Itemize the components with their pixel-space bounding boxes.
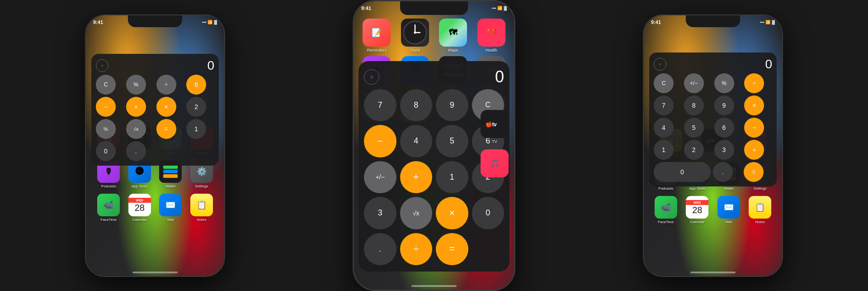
notes-label-left: Notes — [197, 218, 206, 222]
app-calendar-right[interactable]: WED 28 Calendar — [686, 196, 708, 224]
notes2-icon-right: 📋 — [749, 196, 771, 219]
notch-left — [128, 15, 182, 27]
btn-5-r[interactable]: 5 — [684, 118, 704, 138]
app-notes-left[interactable]: 📋 Notes — [190, 194, 213, 222]
reminders-icon-center: 📝 — [363, 19, 391, 47]
facetime-label-right: FaceTime — [658, 220, 674, 224]
app-maps-center[interactable]: 🗺 Maps — [439, 19, 467, 52]
app-facetime-left[interactable]: 📹 FaceTime — [97, 194, 120, 222]
btn-6[interactable]: 6 — [186, 75, 206, 95]
btn-dot-left[interactable]: . — [126, 141, 146, 161]
btn-eq-c[interactable]: = — [436, 233, 468, 266]
btn-7-r[interactable]: 7 — [654, 95, 674, 115]
btn-plus-left[interactable]: + — [126, 97, 146, 117]
btn-0-c[interactable]: 0 — [472, 197, 505, 229]
btn-1-left[interactable]: 1 — [186, 119, 206, 139]
btn-mult-left[interactable]: × — [156, 97, 176, 117]
iphone-left: 9:41 ▪▪▪ 📶 ▓ × 0 C % ÷ 6 — [85, 14, 225, 277]
status-icons-right: ▪▪▪ 📶 ▓ — [760, 20, 775, 24]
btn-zero-left[interactable]: 0 — [96, 141, 116, 161]
btn-zero-r[interactable]: 0 — [654, 162, 711, 182]
appstore-label-left: App Store — [132, 184, 148, 188]
mail-icon-right: ✉️ — [717, 196, 740, 219]
btn-mult-c[interactable]: × — [436, 197, 468, 229]
app-row3-left: 📹 FaceTime WED 28 Calendar ✉️ Mail — [93, 194, 217, 222]
btn-minus-r[interactable]: − — [744, 118, 764, 138]
btn-pm-c[interactable]: +/− — [364, 161, 396, 194]
calc-x-right[interactable]: × — [654, 58, 666, 71]
btn-8-r[interactable]: 8 — [684, 95, 704, 115]
btn-3-r[interactable]: 3 — [714, 140, 734, 160]
app-notes2-right[interactable]: 📋 Notes — [749, 196, 771, 224]
notes-icon-left: 📋 — [190, 194, 213, 216]
btn-dot-c[interactable]: . — [364, 233, 396, 266]
btn-2-r[interactable]: 2 — [684, 140, 704, 160]
app-clock-center[interactable]: Clock — [401, 19, 429, 52]
btn-2-left[interactable]: 2 — [186, 97, 206, 117]
calc-left: × 0 C % ÷ 6 − + × 2 — [91, 54, 219, 166]
btn-9-r[interactable]: 9 — [714, 95, 734, 115]
btn-5-c[interactable]: 5 — [436, 125, 468, 157]
btn-percent[interactable]: % — [126, 75, 146, 95]
iphone-center: 9:41 ▪▪▪ 📶 ▓ 📝 Reminders — [353, 0, 515, 291]
app-music-center[interactable]: 🎵 — [481, 149, 509, 177]
calc-x-btn-left[interactable]: × — [96, 59, 108, 72]
calc-row1-left: C % ÷ 6 — [96, 75, 214, 95]
btn-4-r[interactable]: 4 — [654, 118, 674, 138]
btn-plus-r[interactable]: + — [744, 140, 764, 160]
app-health-center[interactable]: ❤️ Health — [477, 19, 505, 52]
app-mail-left[interactable]: ✉️ Mail — [159, 194, 182, 222]
app-reminders-center[interactable]: 📝 Reminders — [363, 19, 391, 52]
calc-x-center[interactable]: × — [364, 69, 379, 85]
btn-9-c[interactable]: 9 — [436, 89, 468, 122]
notes2-label-right: Notes — [755, 220, 765, 224]
btn-mult-r[interactable]: × — [744, 95, 764, 115]
calc-row3-left: % √x = 1 — [96, 119, 214, 139]
calendar-icon-left: WED 28 — [128, 194, 151, 216]
btn-plus-c[interactable]: + — [400, 161, 433, 194]
btn-c-r[interactable]: C — [654, 73, 674, 93]
btn-div-c[interactable]: ÷ — [400, 233, 433, 266]
battery-right: ▓ — [772, 20, 775, 24]
btn-eq-left[interactable]: = — [156, 119, 176, 139]
btn-div-r[interactable]: ÷ — [744, 73, 764, 93]
btn-3-c[interactable]: 3 — [364, 197, 396, 229]
btn-pct-r[interactable]: % — [714, 73, 734, 93]
btn-sqrt-left[interactable]: √x — [126, 119, 146, 139]
home-indicator-center — [411, 285, 457, 287]
btn-8-c[interactable]: 8 — [400, 89, 433, 122]
settings-label-left: Settings — [195, 184, 208, 188]
appletv-icon-center: 🍎tv — [481, 110, 509, 138]
battery-center: ▓ — [504, 6, 507, 10]
scene: 9:41 ▪▪▪ 📶 ▓ × 0 C % ÷ 6 — [0, 0, 868, 291]
battery-icon-left: ▓ — [214, 20, 217, 24]
btn-sqrt-c[interactable]: √x — [400, 197, 433, 229]
btn-1-c[interactable]: 1 — [436, 161, 468, 194]
svg-point-8 — [414, 32, 416, 34]
app-facetime-right[interactable]: 📹 FaceTime — [655, 196, 677, 224]
calendar-label-right: Calendar — [690, 220, 704, 224]
btn-7-c[interactable]: 7 — [364, 89, 396, 122]
calc-display-right: 0 — [765, 57, 772, 72]
btn-c[interactable]: C — [96, 75, 116, 95]
calc-row2-left: − + × 2 — [96, 97, 214, 117]
app-appletv-center[interactable]: 🍎tv TV — [481, 110, 509, 144]
btn-minus-left[interactable]: − — [96, 97, 116, 117]
btn-1-r[interactable]: 1 — [654, 140, 674, 160]
clock-label-center: Clock — [410, 48, 420, 52]
btn-divide[interactable]: ÷ — [156, 75, 176, 95]
app-mail-right[interactable]: ✉️ Mail — [717, 196, 740, 224]
btn-6-r[interactable]: 6 — [714, 118, 734, 138]
signal-right: ▪▪▪ — [760, 20, 764, 24]
btn-minus-c[interactable]: − — [364, 125, 396, 157]
btn-pm-r[interactable]: +/− — [684, 73, 704, 93]
btn-4-c[interactable]: 4 — [400, 125, 433, 157]
app-calendar-left[interactable]: WED 28 Calendar — [128, 194, 151, 222]
btn-dot-r[interactable]: . — [713, 162, 733, 182]
screen-center: 9:41 ▪▪▪ 📶 ▓ 📝 Reminders — [354, 1, 514, 290]
right-shadow — [841, 0, 868, 291]
btn-eq-r[interactable]: = — [744, 162, 764, 182]
btn-pct-left[interactable]: % — [96, 119, 116, 139]
music-icon-center: 🎵 — [481, 149, 509, 177]
home-indicator-right — [690, 272, 736, 273]
